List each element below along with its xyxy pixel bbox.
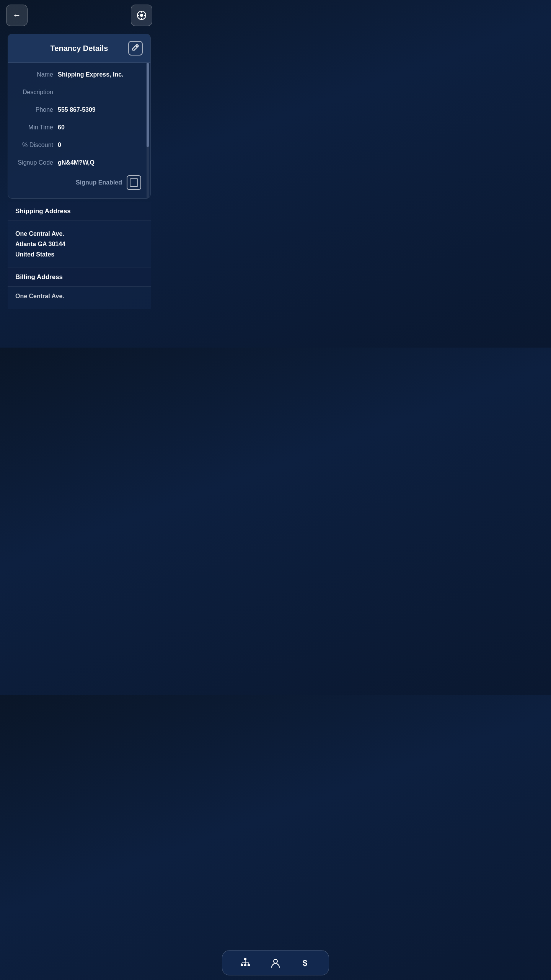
billing-address-block: One Central Ave. — [8, 286, 151, 309]
signup-enabled-row: Signup Enabled — [8, 172, 150, 195]
name-field-row: Name Shipping Express, Inc. — [8, 66, 150, 83]
signup-enabled-checkbox[interactable] — [127, 175, 141, 190]
scrollbar-thumb — [147, 63, 149, 147]
name-value: Shipping Express, Inc. — [58, 71, 124, 78]
description-label: Description — [16, 89, 58, 96]
card-header: Tenancy Details — [8, 34, 150, 63]
tenancy-details-card: Tenancy Details Name Shipping Express, I… — [8, 34, 151, 199]
signup-enabled-label: Signup Enabled — [76, 179, 122, 186]
scrollbar-track[interactable] — [147, 63, 149, 198]
shipping-address-line2: Atlanta GA 30144 — [15, 239, 143, 249]
signup-code-value: gN&4M?W,Q — [58, 159, 95, 166]
phone-value: 555 867-5309 — [58, 106, 96, 113]
signup-code-field-row: Signup Code gN&4M?W,Q — [8, 154, 150, 172]
svg-point-1 — [140, 14, 143, 17]
discount-field-row: % Discount 0 — [8, 136, 150, 154]
shipping-address-block: One Central Ave. Atlanta GA 30144 United… — [8, 220, 151, 268]
back-icon: ← — [13, 10, 21, 20]
shipping-address-header: Shipping Address — [8, 202, 151, 220]
discount-value: 0 — [58, 142, 61, 149]
phone-field-row: Phone 555 867-5309 — [8, 101, 150, 119]
settings-button[interactable] — [131, 5, 152, 26]
min-time-value: 60 — [58, 124, 65, 131]
billing-address-title: Billing Address — [15, 273, 63, 281]
description-field-row: Description — [8, 83, 150, 101]
edit-button[interactable] — [128, 41, 143, 56]
shipping-address-section: Shipping Address One Central Ave. Atlant… — [8, 202, 151, 268]
dashboard-icon — [137, 10, 147, 20]
name-label: Name — [16, 71, 58, 78]
billing-address-line1: One Central Ave. — [15, 293, 143, 300]
card-body: Name Shipping Express, Inc. Description … — [8, 63, 150, 198]
card-title: Tenancy Details — [30, 44, 128, 53]
shipping-address-line1: One Central Ave. — [15, 229, 143, 239]
billing-address-header: Billing Address — [8, 268, 151, 286]
svg-line-6 — [136, 46, 137, 47]
top-navigation: ← — [0, 0, 158, 31]
checkbox-inner-icon — [130, 178, 138, 187]
billing-address-section: Billing Address One Central Ave. — [8, 268, 151, 309]
shipping-address-title: Shipping Address — [15, 207, 71, 215]
min-time-label: Min Time — [16, 124, 58, 131]
discount-label: % Discount — [16, 142, 58, 149]
min-time-field-row: Min Time 60 — [8, 119, 150, 136]
back-button[interactable]: ← — [6, 5, 28, 26]
edit-icon — [132, 44, 139, 53]
phone-label: Phone — [16, 106, 58, 113]
signup-code-label: Signup Code — [16, 159, 58, 166]
shipping-address-line3: United States — [15, 249, 143, 260]
